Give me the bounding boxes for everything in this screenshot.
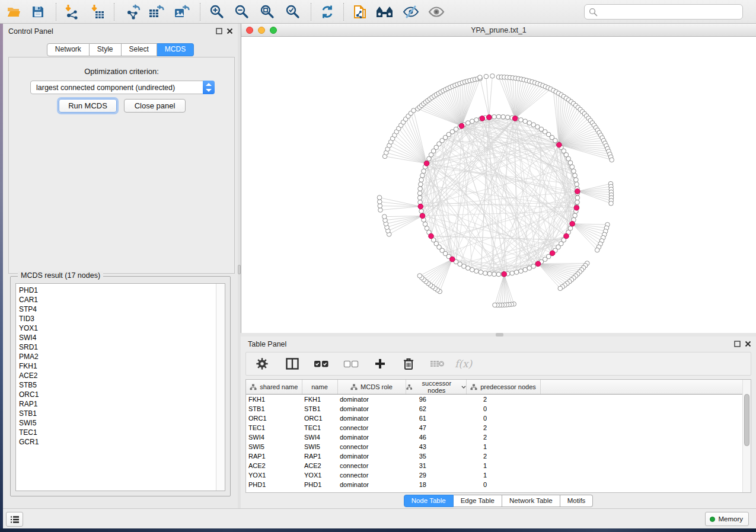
mcds-list-item[interactable]: TEC1 [19, 428, 216, 437]
graph-node[interactable] [501, 114, 506, 119]
table-cell[interactable]: dominator [337, 395, 406, 404]
task-history-button[interactable] [6, 512, 23, 527]
table-cell[interactable]: 0 [466, 404, 540, 414]
mcds-list-item[interactable]: CAR1 [19, 295, 216, 305]
column-header-MCDS-role[interactable]: MCDS role [337, 380, 406, 395]
graph-node[interactable] [505, 115, 510, 120]
table-cell[interactable]: PHD1 [246, 480, 302, 489]
graph-node[interactable] [519, 269, 524, 274]
deselect-all-button[interactable] [342, 357, 360, 370]
table-cell[interactable]: connector [337, 461, 406, 470]
table-row[interactable]: YOX1YOX1connector291 [246, 470, 742, 480]
mcds-list-item[interactable]: STB1 [19, 409, 216, 418]
table-cell[interactable]: 2 [466, 395, 540, 404]
mcds-list-item[interactable]: GCR1 [19, 437, 216, 447]
graph-node[interactable] [470, 268, 475, 273]
table-cell[interactable]: SWI5 [246, 442, 302, 451]
table-row[interactable]: RAP1RAP1dominator352 [246, 451, 742, 461]
export-table-button[interactable] [147, 4, 165, 20]
criterion-dropdown[interactable]: largest connected component (undirected) [30, 81, 215, 94]
graph-hub-node[interactable] [564, 233, 569, 239]
graph-hub-node[interactable] [502, 271, 507, 277]
table-row[interactable]: STB1STB1dominator620 [246, 404, 742, 414]
graph-hub-node[interactable] [575, 189, 580, 194]
table-cell[interactable]: STB1 [246, 404, 302, 414]
graph-node[interactable] [417, 196, 422, 200]
mcds-list-item[interactable]: SWI5 [19, 418, 216, 428]
graph-node[interactable] [514, 270, 519, 275]
tab-edge-table[interactable]: Edge Table [454, 495, 502, 507]
graph-leaf-node[interactable] [378, 208, 383, 213]
table-cell[interactable]: 96 [406, 395, 466, 404]
table-row[interactable]: SWI4SWI4dominator462 [246, 432, 742, 442]
graph-leaf-node[interactable] [595, 248, 599, 252]
table-cell[interactable]: connector [337, 442, 406, 451]
table-cell[interactable]: 29 [406, 470, 466, 480]
show-columns-button[interactable] [284, 356, 301, 371]
table-cell[interactable]: connector [337, 423, 406, 432]
network-canvas[interactable] [241, 37, 756, 333]
table-cell[interactable]: TEC1 [302, 423, 337, 432]
table-row[interactable]: FKH1FKH1dominator962 [246, 395, 742, 404]
graph-node[interactable] [425, 226, 429, 231]
graph-leaf-node[interactable] [378, 200, 382, 204]
import-table-button[interactable] [89, 4, 107, 20]
zoom-in-button[interactable] [208, 4, 226, 20]
graph-leaf-node[interactable] [417, 274, 422, 278]
table-scrollbar[interactable] [742, 380, 751, 492]
graph-leaf-node[interactable] [412, 108, 416, 113]
table-cell[interactable]: 0 [466, 414, 540, 423]
mcds-list-item[interactable]: ACE2 [19, 371, 216, 380]
open-file-button[interactable] [5, 4, 23, 20]
mcds-list-item[interactable]: FKH1 [19, 361, 216, 371]
graph-hub-node[interactable] [424, 161, 429, 166]
graph-hub-node[interactable] [420, 213, 425, 219]
table-cell[interactable]: TEC1 [246, 423, 302, 432]
tab-motifs[interactable]: Motifs [560, 495, 594, 507]
tab-node-table[interactable]: Node Table [404, 495, 454, 507]
tab-network-table[interactable]: Network Table [502, 495, 560, 507]
table-cell[interactable]: 1 [466, 461, 540, 470]
table-cell[interactable]: dominator [337, 414, 406, 423]
mcds-list-item[interactable]: RAP1 [19, 399, 216, 409]
delete-column-button[interactable] [401, 356, 416, 371]
table-cell[interactable]: YOX1 [246, 470, 302, 480]
column-settings-button[interactable] [254, 356, 270, 371]
graph-hub-node[interactable] [487, 115, 492, 120]
table-cell[interactable]: RAP1 [246, 451, 302, 461]
import-network-button[interactable] [63, 4, 81, 20]
graph-hub-node[interactable] [550, 251, 555, 256]
graph-node[interactable] [527, 266, 532, 271]
graph-node[interactable] [575, 182, 579, 187]
close-panel-button[interactable]: Close panel [124, 99, 186, 113]
refresh-view-button[interactable] [318, 4, 336, 20]
table-cell[interactable]: 62 [406, 404, 466, 414]
mcds-list-scrollbar[interactable] [216, 284, 225, 491]
table-row[interactable]: TEC1TEC1connector472 [246, 423, 742, 432]
graph-leaf-node[interactable] [490, 74, 495, 79]
graph-hub-node[interactable] [512, 116, 518, 121]
tab-style[interactable]: Style [90, 43, 122, 56]
table-cell[interactable]: 1 [466, 442, 540, 451]
graph-node[interactable] [470, 119, 475, 124]
graph-node[interactable] [487, 271, 492, 276]
table-cell[interactable]: dominator [337, 451, 406, 461]
table-cell[interactable]: 1 [466, 470, 540, 480]
table-cell[interactable]: 35 [406, 451, 466, 461]
graph-node[interactable] [492, 114, 497, 119]
table-cell[interactable]: PHD1 [302, 480, 337, 489]
table-cell[interactable]: ACE2 [246, 461, 302, 470]
column-header-predecessor-nodes[interactable]: predecessor nodes [466, 380, 540, 395]
table-cell[interactable]: 31 [406, 461, 466, 470]
scrollbar-thumb[interactable] [744, 394, 749, 446]
graph-leaf-node[interactable] [382, 214, 387, 219]
graph-node[interactable] [419, 178, 424, 182]
table-cell[interactable]: 2 [466, 423, 540, 432]
table-cell[interactable]: ACE2 [302, 461, 337, 470]
zoom-fit-button[interactable] [259, 4, 276, 20]
tab-select[interactable]: Select [122, 43, 157, 56]
mcds-list-item[interactable]: SWI4 [19, 333, 216, 342]
run-mcds-button[interactable]: Run MCDS [59, 99, 117, 113]
graph-node[interactable] [474, 118, 479, 123]
column-header-successor-nodes[interactable]: successor nodes [406, 380, 466, 395]
